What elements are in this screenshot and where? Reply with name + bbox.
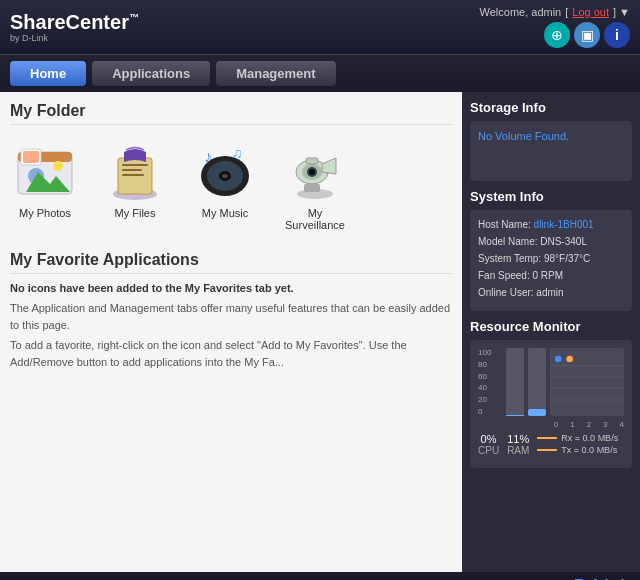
ram-bar-bg <box>528 348 546 416</box>
resource-monitor-title: Resource Monitor <box>470 319 632 334</box>
my-photos-icon <box>15 143 75 203</box>
home-nav-btn[interactable]: Home <box>10 61 86 86</box>
svg-point-30 <box>555 356 562 363</box>
y-label-40: 40 <box>478 383 502 392</box>
svg-marker-24 <box>322 158 336 174</box>
info-icon-btn[interactable]: i <box>604 22 630 48</box>
my-music-icon: ♪ ♫ <box>195 143 255 203</box>
model-row: Model Name: DNS-340L <box>478 235 624 249</box>
resource-monitor-box: 100 80 60 40 20 0 <box>470 340 632 468</box>
temp-label: System Temp: <box>478 253 541 264</box>
welcome-bar: Welcome, admin [ Log out ] ▼ <box>480 6 630 18</box>
svg-text:♫: ♫ <box>232 145 243 161</box>
host-val: dlink-1BH001 <box>534 219 594 230</box>
svg-rect-25 <box>304 184 320 192</box>
x-label-2: 2 <box>587 420 591 429</box>
system-info-title: System Info <box>470 189 632 204</box>
right-panel: Storage Info No Volume Found. System Inf… <box>462 92 640 572</box>
my-files-label: My Files <box>115 207 156 219</box>
y-label-80: 80 <box>478 360 502 369</box>
favorites-title: My Favorite Applications <box>10 251 452 274</box>
management-nav-btn[interactable]: Management <box>216 61 335 86</box>
header: ShareCenter™ by D-Link Welcome, admin [ … <box>0 0 640 55</box>
favorites-note: No icons have been added to the My Favor… <box>10 282 452 294</box>
cpu-value: 0% <box>481 433 497 445</box>
line-chart <box>550 348 624 416</box>
legend: Rx = 0.0 MB/s Tx = 0.0 MB/s <box>537 433 624 456</box>
my-music-item[interactable]: ♪ ♫ My Music <box>190 143 260 231</box>
header-icons: ⊕ ▣ i <box>544 22 630 48</box>
tx-legend-line <box>537 449 557 451</box>
svg-point-15 <box>222 174 228 178</box>
ram-label: RAM <box>507 445 529 456</box>
svg-point-31 <box>566 356 573 363</box>
tx-value: Tx = 0.0 MB/s <box>561 445 617 455</box>
footer-logo: D-Link <box>574 576 630 581</box>
online-val: admin <box>536 287 563 298</box>
folder-icons: My Photos My Files <box>10 133 452 241</box>
favorites-desc1: The Application and Management tabs offe… <box>10 300 452 333</box>
tx-legend: Tx = 0.0 MB/s <box>537 445 624 455</box>
cpu-bar-bg <box>506 348 524 416</box>
my-files-item[interactable]: My Files <box>100 143 170 231</box>
main-content: My Folder My Photos <box>0 92 640 572</box>
cpu-bar-fill <box>506 415 524 416</box>
logo-tm: ™ <box>129 12 139 23</box>
applications-nav-btn[interactable]: Applications <box>92 61 210 86</box>
x-label-0: 0 <box>554 420 558 429</box>
rx-legend: Rx = 0.0 MB/s <box>537 433 624 443</box>
logo-area: ShareCenter™ by D-Link <box>10 12 139 43</box>
welcome-text: Welcome, admin <box>480 6 562 18</box>
temp-val: 98°F/37°C <box>544 253 590 264</box>
cpu-label: CPU <box>478 445 499 456</box>
svg-rect-6 <box>23 151 39 163</box>
model-val: DNS-340L <box>540 236 587 247</box>
storage-info-section: Storage Info No Volume Found. <box>470 100 632 181</box>
logo: ShareCenter™ <box>10 12 139 32</box>
separator: [ <box>565 6 568 18</box>
ram-value: 11% <box>507 433 529 445</box>
my-photos-item[interactable]: My Photos <box>10 143 80 231</box>
temp-row: System Temp: 98°F/37°C <box>478 252 624 266</box>
y-label-20: 20 <box>478 395 502 404</box>
logo-sub: by D-Link <box>10 33 139 43</box>
svg-text:♪: ♪ <box>204 148 212 165</box>
favorites-section: My Favorite Applications No icons have b… <box>10 251 452 370</box>
storage-info-title: Storage Info <box>470 100 632 115</box>
network-icon-btn[interactable]: ⊕ <box>544 22 570 48</box>
online-row: Online User: admin <box>478 286 624 300</box>
left-panel: My Folder My Photos <box>0 92 462 572</box>
my-files-icon <box>105 143 165 203</box>
storage-box: No Volume Found. <box>470 121 632 181</box>
stats-row: 0% CPU 11% RAM Rx = 0.0 MB/s <box>478 433 624 456</box>
model-label: Model Name: <box>478 236 537 247</box>
bracket: ] ▼ <box>613 6 630 18</box>
resource-monitor-section: Resource Monitor 100 80 60 40 20 0 <box>470 319 632 468</box>
logout-link[interactable]: Log out <box>572 6 609 18</box>
cpu-bar-container <box>506 348 524 416</box>
footer-logo-text: D-Link <box>574 576 630 581</box>
svg-point-22 <box>309 169 315 175</box>
x-label-4: 4 <box>620 420 624 429</box>
rx-value: Rx = 0.0 MB/s <box>561 433 618 443</box>
fan-row: Fan Speed: 0 RPM <box>478 269 624 283</box>
my-surveillance-item[interactable]: My Surveillance <box>280 143 350 231</box>
ram-bar-fill <box>528 409 546 416</box>
ram-stat: 11% RAM <box>507 433 529 456</box>
online-label: Online User: <box>478 287 534 298</box>
svg-rect-23 <box>306 158 318 164</box>
my-surveillance-label: My Surveillance <box>280 207 350 231</box>
system-info-box: Host Name: dlink-1BH001 Model Name: DNS-… <box>470 210 632 311</box>
x-label-1: 1 <box>570 420 574 429</box>
my-music-label: My Music <box>202 207 248 219</box>
host-label: Host Name: <box>478 219 531 230</box>
svg-point-4 <box>53 161 63 171</box>
fan-label: Fan Speed: <box>478 270 530 281</box>
my-photos-label: My Photos <box>19 207 71 219</box>
y-label-60: 60 <box>478 372 502 381</box>
logo-name: ShareCenter <box>10 11 129 33</box>
monitor-icon-btn[interactable]: ▣ <box>574 22 600 48</box>
cpu-stat: 0% CPU <box>478 433 499 456</box>
fan-val: 0 RPM <box>533 270 564 281</box>
header-right: Welcome, admin [ Log out ] ▼ ⊕ ▣ i <box>480 6 630 48</box>
